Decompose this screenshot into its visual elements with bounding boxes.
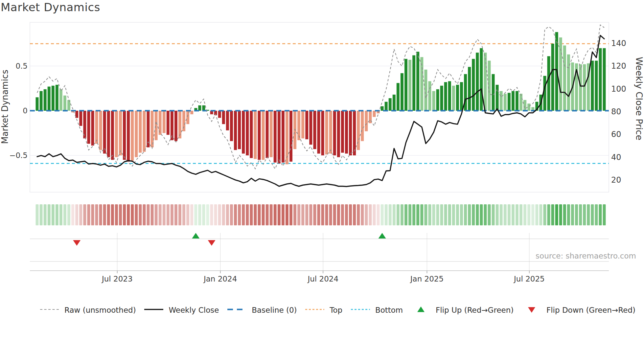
oscillator-bar [40, 91, 43, 111]
heatmap-cell [75, 204, 78, 225]
heatmap-cell [464, 204, 467, 225]
heatmap-cell [119, 204, 122, 225]
market-dynamics-dashboard: Market Dynamics Jul 2023Jan 2024Jul 2024… [0, 0, 644, 362]
oscillator-bar [393, 95, 396, 111]
heatmap-cell [357, 204, 360, 225]
oscillator-bar [452, 86, 455, 111]
oscillator-bar [357, 111, 360, 150]
flip-up-marker [379, 233, 386, 238]
oscillator-bar [119, 111, 122, 155]
heatmap-cell [385, 204, 388, 225]
heatmap-cell [480, 204, 483, 225]
oscillator-bar [456, 85, 459, 111]
heatmap-cell [289, 204, 292, 225]
oscillator-bar [95, 111, 98, 144]
oscillator-bar [159, 111, 162, 135]
heatmap-cell [416, 204, 419, 225]
oscillator-bar [516, 91, 518, 111]
heatmap-cell [206, 204, 209, 225]
oscillator-bar [527, 103, 530, 111]
oscillator-bar [258, 111, 261, 160]
legend-item-bottom: Bottom [350, 305, 403, 315]
oscillator-bar [143, 111, 146, 152]
left-tick-label: −0.5 [9, 151, 28, 160]
heatmap-cell [79, 204, 82, 225]
oscillator-bar [87, 111, 90, 144]
oscillator-bar [321, 111, 324, 155]
x-tick-label: Jan 2024 [203, 275, 237, 283]
oscillator-bar [424, 70, 427, 111]
heatmap-cell [230, 204, 233, 225]
heatmap-cell [234, 204, 237, 225]
bottom-dotted-line-icon [350, 305, 371, 315]
heatmap-cell [535, 204, 538, 225]
heatmap-cell [381, 204, 384, 225]
oscillator-bar [250, 111, 253, 158]
heatmap-cell [115, 204, 118, 225]
oscillator-bar [222, 111, 225, 124]
heatmap-cell [210, 204, 213, 225]
oscillator-bar [373, 111, 376, 117]
heatmap-cell [258, 204, 261, 225]
heatmap-cell [369, 204, 372, 225]
oscillator-bar [234, 111, 237, 150]
oscillator-bar [349, 111, 352, 155]
chart-legend: Raw (unsmoothed) Weekly Close Baseline (… [39, 301, 635, 319]
flip-down-marker [73, 240, 80, 246]
heatmap-cell [107, 204, 110, 225]
oscillator-bar [36, 97, 39, 111]
oscillator-bar [167, 111, 170, 135]
heatmap-cell [147, 204, 150, 225]
legend-item-raw: Raw (unsmoothed) [39, 305, 136, 315]
oscillator-bar [52, 86, 55, 111]
oscillator-bar [436, 89, 439, 111]
heatmap-cell [87, 204, 90, 225]
heatmap-cell [373, 204, 376, 225]
heatmap-cell [353, 204, 356, 225]
heatmap-cell [56, 204, 58, 225]
heatmap-cell [155, 204, 158, 225]
heatmap-cell [563, 204, 566, 225]
oscillator-bar [313, 111, 316, 149]
legend-label: Top [330, 306, 342, 314]
heatmap-cell [198, 204, 201, 225]
heatmap-cell [579, 204, 582, 225]
triangle-up-icon [411, 305, 431, 315]
heatmap-cell [555, 204, 558, 225]
heatmap-cell [151, 204, 154, 225]
oscillator-bar [262, 111, 264, 160]
x-tick-label: Jul 2025 [513, 275, 545, 283]
oscillator-bar [63, 96, 66, 111]
heatmap-cell [365, 204, 368, 225]
heatmap-cell [139, 204, 142, 225]
heatmap-cell [214, 204, 217, 225]
oscillator-bar [198, 105, 201, 111]
heatmap-cell [48, 204, 51, 225]
heatmap-cell [337, 204, 340, 225]
heatmap-cell [432, 204, 435, 225]
heatmap-cell [428, 204, 431, 225]
oscillator-bar [579, 64, 582, 111]
oscillator-bar [79, 111, 82, 126]
heatmap-cell [452, 204, 455, 225]
oscillator-bar [448, 81, 451, 111]
heatmap-cell [587, 204, 590, 225]
heatmap-cell [186, 204, 189, 225]
heatmap-cell [95, 204, 98, 225]
oscillator-bar [460, 82, 463, 111]
oscillator-bar [401, 73, 403, 111]
raw-dashed-line-icon [39, 305, 60, 315]
heatmap-cell [44, 204, 47, 225]
heatmap-cell [397, 204, 400, 225]
oscillator-bar [512, 91, 515, 111]
heatmap-cell [551, 204, 554, 225]
signal-heatmap-strip [36, 204, 606, 225]
oscillator-bar [337, 111, 340, 157]
oscillator-bar [472, 59, 475, 111]
heatmap-cell [484, 204, 487, 225]
oscillator-bar [329, 111, 332, 154]
heatmap-cell [174, 204, 177, 225]
heatmap-cell [325, 204, 328, 225]
oscillator-bar [238, 111, 241, 149]
heatmap-cell [103, 204, 106, 225]
